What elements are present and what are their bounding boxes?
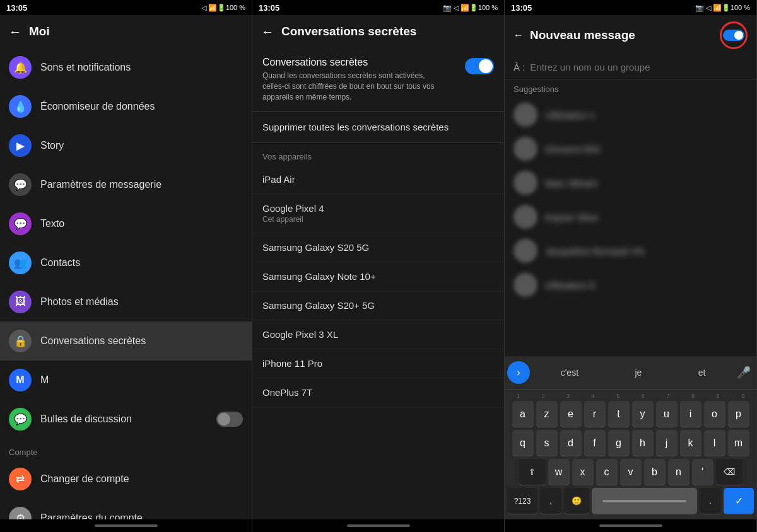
device-note10[interactable]: Samsung Galaxy Note 10+ [252,262,504,291]
device-name-pixel3xl: Google Pixel 3 XL [262,329,494,340]
key-j[interactable]: j [656,430,678,456]
status-bar-2: 13:05 📷 ◁ 📶🔋100 % [252,0,504,15]
suggestions-label: Suggestions [513,84,748,94]
key-p[interactable]: p [728,401,749,427]
key-i[interactable]: i [680,401,701,427]
battery-icon-1: ◁ 📶🔋100 % [201,4,245,12]
suggestion-name-3: Marc Mitrani [545,178,597,188]
key-c[interactable]: c [596,459,618,485]
device-oneplus7t[interactable]: OnePlus 7T [252,378,504,407]
mic-icon[interactable]: 🎤 [734,366,754,379]
secret-conv-desc: Quand les conversations secrètes sont ac… [262,71,439,102]
device-ipad-air[interactable]: iPad Air [252,165,504,194]
back-button-3[interactable]: ← [513,30,524,41]
menu-item-economiseur[interactable]: 💧 Économiseur de données [0,87,252,126]
key-v[interactable]: v [620,459,642,485]
sons-label: Sons et notifications [40,62,243,73]
key-x[interactable]: x [572,459,594,485]
key-k[interactable]: k [680,430,701,456]
key-l[interactable]: l [704,430,725,456]
contacts-icon: 👥 [9,252,32,274]
key-z[interactable]: z [536,401,558,427]
key-t[interactable]: t [608,401,630,427]
key-h[interactable]: h [632,430,654,456]
secret-mode-toggle[interactable] [723,30,744,41]
status-bar-1: 13:05 ◁ 📶🔋100 % [0,0,252,15]
menu-item-texto[interactable]: 💬 Texto [0,204,252,243]
menu-item-bulles[interactable]: 💬 Bulles de discussion [0,400,252,439]
menu-item-params-compte[interactable]: ⚙ Paramètres du compte [0,499,252,519]
key-f[interactable]: f [584,430,606,456]
key-m[interactable]: m [728,430,749,456]
to-label: À : [513,62,525,72]
shift-key[interactable]: ⇧ [519,459,546,485]
device-s20-5g[interactable]: Samsung Galaxy S20 5G [252,233,504,262]
key-w[interactable]: w [548,459,570,485]
suggestion-3[interactable]: Marc Mitrani [513,166,748,200]
num-2: 2 [531,392,556,400]
numbers-key[interactable]: ?123 [507,488,537,514]
params-compte-label: Paramètres du compte [40,512,243,519]
key-o[interactable]: o [704,401,725,427]
suggestion-6[interactable]: Utilisateur 6 [513,268,748,302]
suggestion-4[interactable]: Kayser Silva [513,200,748,234]
back-button-2[interactable]: ← [261,25,274,39]
story-label: Story [40,140,243,151]
menu-item-conv-secretes[interactable]: 🔒 Conversations secrètes [0,321,252,361]
menu-item-contacts[interactable]: 👥 Contacts [0,243,252,282]
delete-conv-button[interactable]: Supprimer toutes les conversations secrè… [252,112,504,143]
suggest-word-2[interactable]: je [628,365,648,380]
changer-compte-label: Changer de compte [40,473,243,485]
key-s[interactable]: s [536,430,558,456]
suggestion-1[interactable]: Utilisateur 1 [513,98,748,132]
period-key[interactable]: . [700,488,721,514]
menu-item-messagerie[interactable]: 💬 Paramètres de messagerie [0,165,252,204]
status-bar-3: 13:05 📷 ◁ 📶🔋100 % [505,0,756,15]
space-key[interactable] [592,488,697,514]
m-icon: M [9,369,32,391]
key-u[interactable]: u [656,401,678,427]
key-n[interactable]: n [668,459,690,485]
menu-item-changer-compte[interactable]: ⇄ Changer de compte [0,460,252,499]
secret-conv-toggle[interactable] [465,58,494,74]
avatar-2 [513,137,537,161]
number-hints-row: 1 2 3 4 5 6 7 8 9 0 [506,392,755,400]
key-r[interactable]: r [584,401,606,427]
key-e[interactable]: e [560,401,582,427]
menu-list: 🔔 Sons et notifications 💧 Économiseur de… [0,48,252,519]
suggestion-name-6: Utilisateur 6 [545,280,595,291]
header-conv-secretes: ← Conversations secrètes [252,15,504,48]
enter-key[interactable]: ✓ [724,488,754,514]
keyboard-suggestions-bar: › c'est je et 🎤 [505,356,756,390]
device-iphone11[interactable]: iPhone 11 Pro [252,349,504,378]
expand-suggestions-button[interactable]: › [507,361,530,384]
recipient-input[interactable] [530,62,748,72]
comma-key[interactable]: , [540,488,561,514]
menu-item-photos[interactable]: 🖼 Photos et médias [0,282,252,321]
emoji-key[interactable]: 🙂 [564,488,589,514]
device-s20plus[interactable]: Samsung Galaxy S20+ 5G [252,291,504,320]
device-pixel4[interactable]: Google Pixel 4 Cet appareil [252,194,504,233]
key-g[interactable]: g [608,430,630,456]
suggest-word-1[interactable]: c'est [555,365,585,380]
back-button-1[interactable]: ← [9,25,21,39]
backspace-key[interactable]: ⌫ [716,459,742,485]
key-q[interactable]: q [512,430,534,456]
key-b[interactable]: b [644,459,666,485]
panel-moi: 13:05 ◁ 📶🔋100 % ← Moi 🔔 Sons et notifica… [0,0,252,532]
menu-item-story[interactable]: ▶ Story [0,126,252,165]
suggestion-2[interactable]: Giovanni Brd [513,132,748,166]
key-d[interactable]: d [560,430,582,456]
lock-toggle-container[interactable] [720,21,748,49]
device-pixel3xl[interactable]: Google Pixel 3 XL [252,320,504,349]
key-apostrophe[interactable]: ' [692,459,713,485]
m-label: M [40,374,243,386]
suggest-word-3[interactable]: et [692,365,712,380]
bulles-toggle[interactable] [216,412,243,427]
key-a[interactable]: a [512,401,534,427]
suggestion-5[interactable]: Jacqueline Burnault VN [513,234,748,268]
menu-item-m[interactable]: M M [0,361,252,400]
menu-item-sons[interactable]: 🔔 Sons et notifications [0,48,252,87]
key-y[interactable]: y [632,401,654,427]
economiseur-label: Économiseur de données [40,101,243,112]
